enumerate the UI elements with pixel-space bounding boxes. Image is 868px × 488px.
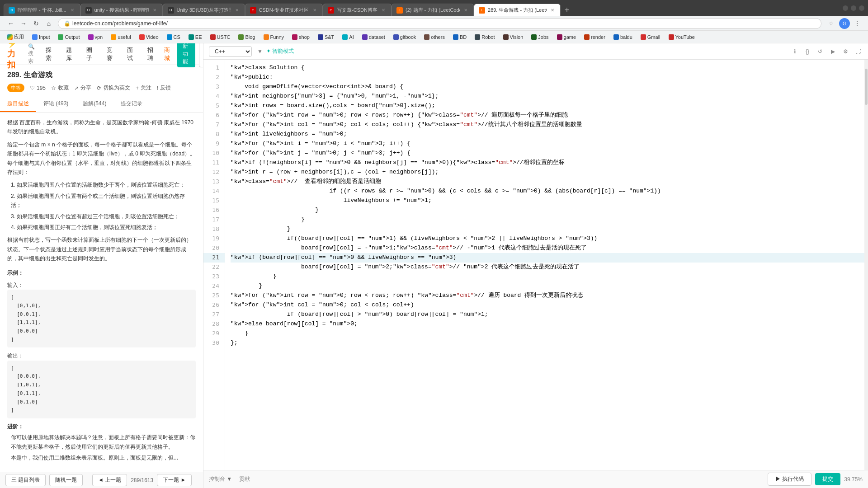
prev-problem-button[interactable]: ◄ 上一题 (92, 474, 127, 486)
code-line-1[interactable]: "kw">class Solution { (231, 63, 864, 73)
fullscreen-icon[interactable]: ⛶ (854, 47, 863, 56)
forward-button[interactable]: → (18, 18, 29, 29)
next-problem-button[interactable]: 下一题 ► (157, 474, 192, 486)
bookmark-dataset[interactable]: dataset (359, 33, 389, 41)
bookmark-gmail[interactable]: Gmail (637, 33, 664, 41)
bookmark-game[interactable]: game (553, 33, 580, 41)
user-avatar[interactable]: G (839, 18, 850, 29)
download-app-button[interactable]: 下载 App (199, 43, 203, 67)
bookmark-blog[interactable]: Blog (235, 33, 259, 41)
tab-solutions[interactable]: 题解(544) (75, 96, 113, 112)
code-line-12[interactable]: "kw">int r = (row + neighbors[i]),c = (c… (231, 168, 864, 177)
maximize-button[interactable] (851, 5, 856, 11)
tab-5[interactable]: C 写文章-CSDN博客 ✕ (323, 4, 392, 16)
tab-comments[interactable]: 评论 (493) (36, 96, 75, 112)
bookmark-funny[interactable]: Funny (260, 33, 288, 41)
random-problem-button[interactable]: 随机一题 (49, 474, 83, 486)
code-line-22[interactable]: board[row][col] = "num">2;"kw">class="cm… (231, 263, 864, 272)
bookmark-render[interactable]: render (580, 33, 609, 41)
smart-mode-toggle[interactable]: ✦ 智能模式 (266, 47, 294, 55)
share-button[interactable]: ↗ 分享 (74, 84, 91, 92)
settings-code-icon[interactable]: ⚙ (841, 47, 850, 56)
braces-icon[interactable]: {} (803, 47, 812, 56)
code-content[interactable]: "kw">class Solution {"kw">public: void g… (225, 60, 864, 470)
tab-4[interactable]: C CSDN-专业IT技术社区 ✕ (245, 4, 323, 16)
problem-list-button[interactable]: 三 题目列表 (5, 474, 46, 486)
tab-2[interactable]: U unity - 搜索结果 - 哔哩哔哩... ✕ (80, 4, 163, 16)
nav-circle[interactable]: 圈子 (83, 44, 96, 64)
bookmark-vpn[interactable]: vpn (85, 33, 107, 41)
likes-button[interactable]: ♡ 195 (30, 85, 46, 91)
code-line-5[interactable]: "kw">int rows = board.size(),cols = boar… (231, 101, 864, 111)
tab-description[interactable]: 题目描述 (0, 96, 36, 112)
code-line-29[interactable]: } (231, 329, 864, 338)
code-line-24[interactable]: } (231, 282, 864, 291)
tab-close-1[interactable]: ✕ (69, 7, 75, 14)
bookmark-youtube[interactable]: YouTube (665, 33, 698, 41)
url-input[interactable]: 🔒 leetcode-cn.com/problems/game-of-life/ (58, 18, 821, 29)
nav-shop[interactable]: 商城 (164, 46, 170, 62)
translate-button[interactable]: ⟳ 切换为英文 (97, 84, 130, 92)
nav-jobs[interactable]: 招聘 (144, 44, 157, 64)
tab-3[interactable]: U Unity 3D(U3D)从零打造王者荣... ✕ (163, 4, 245, 16)
info-icon[interactable]: ℹ (790, 47, 799, 56)
bookmark-others[interactable]: others (420, 33, 448, 41)
bookmark-vision[interactable]: Vision (500, 33, 527, 41)
settings-icon[interactable]: ⋮ (852, 18, 863, 29)
code-line-4[interactable]: "kw">int neighbors["num">3] = {"num">0, … (231, 92, 864, 101)
follow-button[interactable]: + 关注 (136, 84, 151, 92)
code-line-25[interactable]: "kw">for ("kw">int row = "num">0; row < … (231, 291, 864, 300)
code-line-23[interactable]: } (231, 272, 864, 282)
tab-close-2[interactable]: ✕ (151, 7, 158, 14)
run-code-button[interactable]: ▶ 执行代码 (768, 473, 811, 486)
code-line-2[interactable]: "kw">public: (231, 73, 864, 82)
code-line-3[interactable]: void gameOfLife(vector<vector<int>>& boa… (231, 82, 864, 92)
refresh-button[interactable]: ↻ (31, 18, 42, 29)
code-line-27[interactable]: if (board[row][col] > "num">0) board[row… (231, 310, 864, 319)
tab-close-7[interactable]: ✕ (549, 7, 556, 14)
tab-6[interactable]: L (2) 题库 - 力扣 (LeetCode) 全... ✕ (392, 4, 474, 16)
code-line-10[interactable]: "kw">for ("kw">int j = "num">0; j < "num… (231, 149, 864, 158)
code-line-18[interactable]: } (231, 225, 864, 234)
code-line-6[interactable]: "kw">for ("kw">int row = "num">0; row < … (231, 111, 864, 120)
bookmark-jobs[interactable]: Jobs (528, 33, 552, 41)
submit-button[interactable]: 提交 (815, 473, 840, 485)
bookmark-ai[interactable]: AI (339, 33, 357, 41)
bookmark-video[interactable]: Video (136, 33, 162, 41)
language-select[interactable]: C++ Java Python JavaScript (209, 46, 252, 57)
bookmark-star-icon[interactable]: ☆ (829, 20, 834, 27)
code-line-11[interactable]: "kw">if (!(neighbors[i] == "num">0 && ne… (231, 158, 864, 168)
code-line-8[interactable]: "kw">int liveNeighbors = "num">0; (231, 130, 864, 139)
tab-close-6[interactable]: ✕ (462, 7, 469, 14)
bookmark-st[interactable]: S&T (314, 33, 338, 41)
code-line-7[interactable]: "kw">for ("kw">int col = "num">0; col < … (231, 120, 864, 130)
feedback-button[interactable]: ! 反馈 (157, 84, 171, 92)
nav-contest[interactable]: 竞赛 (103, 44, 116, 64)
back-button[interactable]: ← (5, 18, 16, 29)
code-line-28[interactable]: "kw">else board[row][col] = "num">0; (231, 319, 864, 329)
favorites-button[interactable]: ☆ 收藏 (51, 84, 69, 92)
contribute-link[interactable]: 贡献 (239, 475, 250, 483)
code-line-13[interactable]: "kw">class="cmt">// 查看相邻的细胞是否是活细胞 (231, 177, 864, 187)
code-line-14[interactable]: if ((r < rows && r >= "num">0) && (c < c… (231, 187, 864, 196)
bookmark-shop[interactable]: shop (288, 33, 313, 41)
bookmark-input[interactable]: Input (28, 33, 53, 41)
nav-explore[interactable]: 探索 (42, 44, 55, 64)
nav-interview[interactable]: 面试 (123, 44, 137, 64)
bookmark-baidu[interactable]: baidu (610, 33, 636, 41)
bookmark-ee[interactable]: EE (185, 33, 206, 41)
code-line-17[interactable]: } (231, 215, 864, 225)
scrollbar[interactable] (864, 60, 868, 470)
code-line-21[interactable]: "kw">if (board[row][col] == "num">0 && l… (231, 253, 864, 263)
tab-1[interactable]: B 哔哩哔哩 - 千杯...bill... ✕ (4, 4, 80, 16)
home-button[interactable]: ⌂ (43, 18, 54, 29)
run-arrow-icon[interactable]: ▶ (828, 47, 837, 56)
bookmark-bd[interactable]: BD (449, 33, 470, 41)
bookmark-cs[interactable]: CS (163, 33, 184, 41)
bookmark-ustc[interactable]: USTC (207, 33, 234, 41)
nav-problems[interactable]: 题库 (62, 44, 75, 64)
code-line-20[interactable]: board[row][col] = -"num">1;"kw">class="c… (231, 244, 864, 253)
bookmark-gitbook[interactable]: gitbook (390, 33, 420, 41)
tab-close-5[interactable]: ✕ (380, 7, 387, 14)
code-line-15[interactable]: liveNeighbors += "num">1; (231, 196, 864, 206)
